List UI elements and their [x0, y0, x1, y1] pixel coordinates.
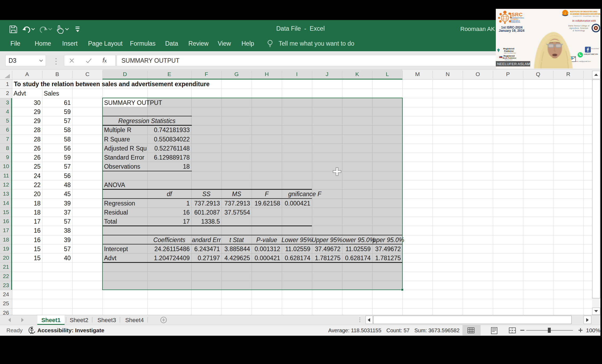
- svg-text:i: i: [565, 11, 566, 15]
